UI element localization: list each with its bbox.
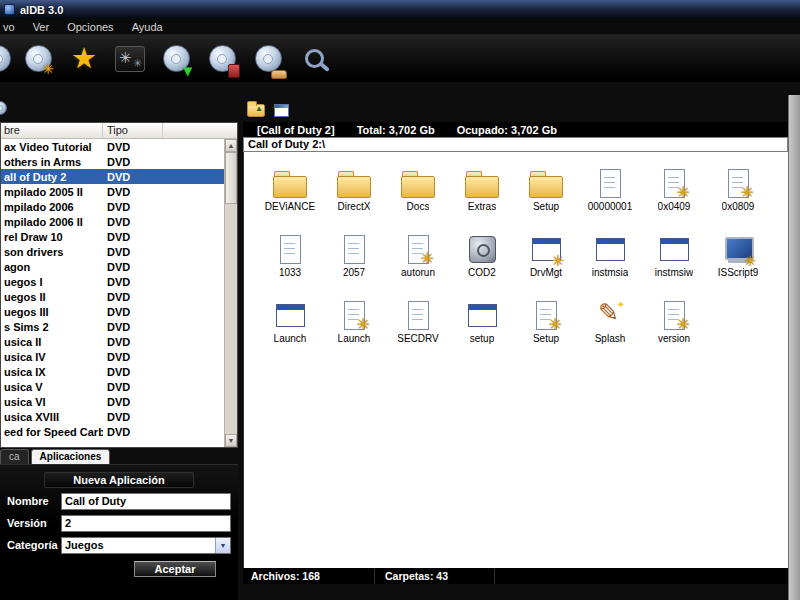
file-item[interactable]: COD2 (450, 232, 514, 298)
table-row[interactable]: usica IIDVD (1, 334, 224, 349)
file-item[interactable]: 0x0809 (706, 166, 770, 232)
file-type-icon (720, 166, 756, 200)
version-label: Versión (7, 517, 61, 529)
table-row[interactable]: mpilado 2006 IIDVD (1, 214, 224, 229)
file-label: Setup (533, 201, 559, 212)
column-header-tipo[interactable]: Tipo (103, 123, 163, 138)
file-type-icon (528, 166, 564, 200)
table-row[interactable]: son driversDVD (1, 244, 224, 259)
file-item[interactable]: Launch (322, 298, 386, 364)
disc-type: DVD (103, 411, 224, 423)
views-icon[interactable] (274, 104, 289, 117)
status-folders: Carpetas: 43 (375, 569, 495, 584)
toolbar-button-burn[interactable] (199, 38, 245, 80)
aceptar-button[interactable]: Aceptar (134, 561, 216, 577)
menu-item-ver[interactable]: Ver (24, 19, 59, 35)
file-label: 00000001 (588, 201, 633, 212)
hand-icon (271, 70, 287, 79)
toolbar-button-import[interactable]: ▼ (153, 38, 199, 80)
scroll-up-arrow[interactable] (225, 139, 237, 152)
table-row[interactable]: usica XVIIIDVD (1, 409, 224, 424)
table-row[interactable]: agonDVD (1, 259, 224, 274)
file-item[interactable]: Docs (386, 166, 450, 232)
column-header-nombre[interactable]: bre (1, 123, 103, 138)
file-item[interactable]: 00000001 (578, 166, 642, 232)
table-row[interactable]: usica VIDVD (1, 394, 224, 409)
file-item[interactable]: Splash (578, 298, 642, 364)
toolbar-button-favorites[interactable]: ★ (61, 38, 107, 80)
tab-aplicaciones[interactable]: Aplicaciones (31, 449, 111, 464)
disc-type: DVD (103, 336, 224, 348)
menu-item-opciones[interactable]: Opciones (58, 19, 122, 35)
file-item[interactable]: setup (450, 298, 514, 364)
table-row[interactable]: uegos IIIDVD (1, 304, 224, 319)
file-label: 1033 (279, 267, 301, 278)
folder-up-icon[interactable] (247, 104, 265, 117)
table-row[interactable]: s Sims 2DVD (1, 319, 224, 334)
toolbar-button-search[interactable] (291, 38, 337, 80)
file-item[interactable]: DEViANCE (258, 166, 322, 232)
file-label: DEViANCE (265, 201, 315, 212)
disc-name: uegos III (1, 306, 103, 318)
menu-item-archivo[interactable]: vo (0, 19, 24, 35)
chevron-down-icon[interactable] (215, 538, 230, 553)
file-item[interactable]: Setup (514, 298, 578, 364)
form-row-categoria: Categoría Juegos (7, 536, 231, 554)
file-item[interactable]: version (642, 298, 706, 364)
file-item[interactable]: DrvMgt (514, 232, 578, 298)
version-field[interactable] (61, 515, 231, 532)
categoria-select[interactable]: Juegos (61, 537, 231, 554)
disc-type: DVD (103, 306, 224, 318)
file-label: Setup (533, 333, 559, 344)
file-item[interactable]: Extras (450, 166, 514, 232)
table-row[interactable]: mpilado 2005 IIDVD (1, 184, 224, 199)
toolbar-button-catalog[interactable]: ✳ (15, 38, 61, 80)
table-row[interactable]: usica IXDVD (1, 364, 224, 379)
disc-type: DVD (103, 201, 224, 213)
table-row[interactable]: uegos IIDVD (1, 289, 224, 304)
nombre-field[interactable] (61, 493, 231, 510)
table-row-selected[interactable]: all of Duty 2DVD (1, 169, 224, 184)
toolbar-button-lend[interactable] (245, 38, 291, 80)
file-item[interactable]: 2057 (322, 232, 386, 298)
scroll-thumb[interactable] (225, 152, 237, 204)
categoria-label: Categoría (7, 539, 61, 551)
list-scrollbar[interactable] (224, 139, 237, 447)
menu-bar: vo Ver Opciones Ayuda (0, 19, 800, 35)
file-type-icon (336, 232, 372, 266)
title-bar[interactable]: alDB 3.0 (0, 0, 800, 19)
disc-type: DVD (103, 351, 224, 363)
form-row-nombre: Nombre (7, 492, 231, 510)
file-label: DirectX (338, 201, 371, 212)
file-item[interactable]: Launch (258, 298, 322, 364)
file-type-icon (592, 166, 628, 200)
file-item[interactable]: 1033 (258, 232, 322, 298)
table-row[interactable]: ax Video TutorialDVD (1, 139, 224, 154)
file-type-icon (336, 298, 372, 332)
table-row[interactable]: usica VDVD (1, 379, 224, 394)
tab-clipped[interactable]: ca (0, 449, 29, 464)
menu-item-ayuda[interactable]: Ayuda (123, 19, 172, 35)
file-item[interactable]: Setup (514, 166, 578, 232)
window-right-border (788, 95, 800, 600)
table-row[interactable]: others in ArmsDVD (1, 154, 224, 169)
table-row[interactable]: rel Draw 10DVD (1, 229, 224, 244)
table-row[interactable]: eed for Speed Carb...DVD (1, 424, 224, 439)
disc-name: son drivers (1, 246, 103, 258)
file-item[interactable]: autorun (386, 232, 450, 298)
file-item[interactable]: 0x0409 (642, 166, 706, 232)
table-row[interactable]: uegos IDVD (1, 274, 224, 289)
disc-used: Ocupado: 3,702 Gb (457, 124, 557, 136)
table-row[interactable]: mpilado 2006DVD (1, 199, 224, 214)
file-item[interactable]: ISScript9 (706, 232, 770, 298)
table-row[interactable]: usica IVDVD (1, 349, 224, 364)
file-item[interactable]: DirectX (322, 166, 386, 232)
toolbar-button-tools[interactable]: ✳✳ (107, 38, 153, 80)
file-item[interactable]: SECDRV (386, 298, 450, 364)
file-item[interactable]: instmsia (578, 232, 642, 298)
toolbar-button-clipped[interactable] (0, 38, 15, 80)
file-item[interactable]: instmsiw (642, 232, 706, 298)
gear-overlay-icon: ✳ (42, 62, 54, 76)
file-label: autorun (401, 267, 435, 278)
scroll-down-arrow[interactable] (225, 434, 237, 447)
